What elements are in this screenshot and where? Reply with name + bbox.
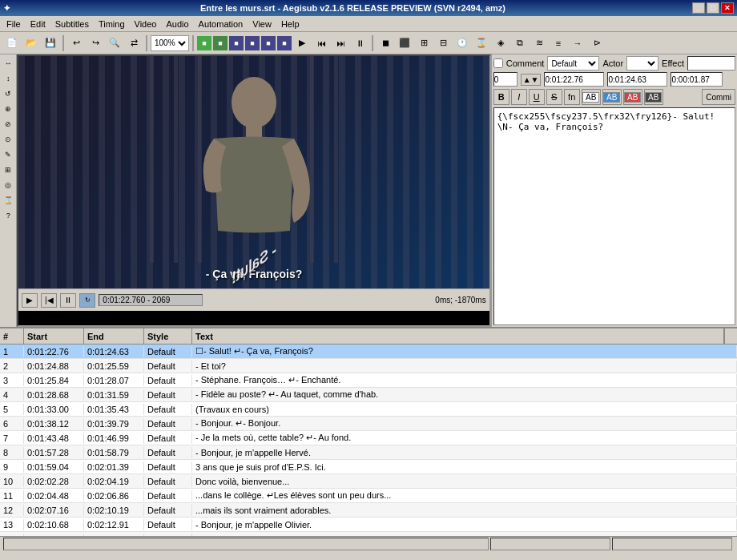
tb-btn7[interactable]: ▶ [293,34,311,52]
actor-dropdown[interactable] [626,56,658,71]
lt-btn9[interactable]: ◎ [1,178,15,192]
lt-btn2[interactable]: ↕ [1,71,15,86]
minimize-button[interactable]: _ [692,2,705,14]
table-row[interactable]: 4 0:01:28.68 0:01:31.59 Default - Fidèle… [0,388,737,402]
lt-btn5[interactable]: ⊘ [1,117,15,131]
pause-button[interactable]: ⏸ [60,293,76,308]
menu-view[interactable]: View [248,18,276,30]
tb-btn13[interactable]: ⊞ [415,34,433,52]
cell-end: 0:02:10.19 [84,505,144,516]
lt-btn3[interactable]: ↺ [1,87,15,101]
menu-automation[interactable]: Automation [194,18,248,30]
tb-btn19[interactable]: ≋ [530,34,548,52]
menu-subtitles[interactable]: Subtitles [50,18,94,30]
table-row[interactable]: 9 0:01:59.04 0:02:01.39 Default 3 ans qu… [0,460,737,474]
lt-btn8[interactable]: ⊞ [1,163,15,177]
comment-checkbox[interactable] [493,58,503,68]
tb-btn8[interactable]: ⏮ [312,34,330,52]
menu-timing[interactable]: Timing [94,18,130,30]
strikeout-button[interactable]: S [546,89,562,105]
menu-help[interactable]: Help [276,18,304,30]
font-button[interactable]: fn [564,89,580,105]
save-button[interactable]: 💾 [42,34,59,52]
end-time-input[interactable] [607,72,667,87]
layer-spinner[interactable]: ▲▼ [521,74,542,86]
layer-input[interactable] [493,72,518,87]
col-header-start: Start [24,328,84,344]
play-button[interactable]: ▶ [22,293,38,308]
subtitle-text-editor[interactable]: {\fscx255\fscy237.5\frx32\fry126}- Salut… [493,107,735,325]
menu-file[interactable]: File [2,18,26,30]
zoom-select[interactable]: 100% [151,35,189,51]
close-button[interactable]: ✕ [721,2,734,14]
lt-btn6[interactable]: ⊙ [1,132,15,147]
tb-btn3[interactable]: ■ [229,36,244,50]
table-row[interactable]: 6 0:01:38.12 0:01:39.79 Default - Bonjou… [0,417,737,431]
commit-button[interactable]: Commi [702,89,735,105]
table-row[interactable]: 5 0:01:33.00 0:01:35.43 Default (Travaux… [0,402,737,417]
tb-btn18[interactable]: ⧉ [511,34,529,52]
lt-btn4[interactable]: ⊕ [1,102,15,116]
table-row[interactable]: 8 0:01:57.28 0:01:58.79 Default - Bonjou… [0,445,737,460]
color2-button[interactable]: AB [602,89,622,105]
underline-button[interactable]: U [529,89,545,105]
lt-btn10[interactable]: ⌛ [1,193,15,207]
duration-input[interactable] [671,72,723,87]
table-row[interactable]: 1 0:01:22.76 0:01:24.63 Default ☐- Salut… [0,344,737,359]
tb-btn21[interactable]: → [569,34,586,52]
lt-btn7[interactable]: ✎ [1,147,15,162]
italic-button[interactable]: I [511,89,527,105]
tb-btn20[interactable]: ≡ [550,34,567,52]
tb-btn17[interactable]: ◈ [492,34,509,52]
video-subtitle: - Salut! - Ça va, François? [206,258,303,280]
tb-btn5[interactable]: ■ [261,36,276,50]
video-controls-bar: ▶ |◀ ⏸ ↻ 0:01:22.760 - 2069 0ms; -1870ms [18,288,489,311]
color3-button[interactable]: AB [623,89,642,105]
tb-btn15[interactable]: 🕐 [453,34,471,52]
menu-video[interactable]: Video [130,18,162,30]
table-row[interactable]: 7 0:01:43.48 0:01:46.99 Default - Je la … [0,431,737,445]
find-replace-button[interactable]: ⇄ [125,34,143,52]
tb-btn2[interactable]: ■ [213,36,228,50]
cell-start: 0:01:59.04 [24,461,84,473]
tb-btn6[interactable]: ■ [277,36,292,50]
maximize-button[interactable]: □ [707,2,719,14]
tb-btn12[interactable]: ⬛ [396,34,413,52]
tb-btn22[interactable]: ⊳ [588,34,606,52]
effect-input[interactable] [687,56,735,71]
redo-button[interactable]: ↪ [87,34,104,52]
bold-button[interactable]: B [493,89,509,105]
loop-button[interactable]: ↻ [79,293,95,308]
table-row[interactable]: 3 0:01:25.84 0:01:28.07 Default - Stépha… [0,373,737,388]
find-button[interactable]: 🔍 [106,34,123,52]
tb-btn16[interactable]: ⌛ [473,34,490,52]
lt-btn1[interactable]: ↔ [1,56,15,71]
start-time-input[interactable] [544,72,604,87]
tb-btn4[interactable]: ■ [245,36,260,50]
tb-btn1[interactable]: ■ [197,36,211,50]
tb-btn10[interactable]: ⏸ [351,34,368,52]
tb-btn11[interactable]: ◼ [377,34,394,52]
table-row[interactable]: 13 0:02:10.68 0:02:12.91 Default - Bonjo… [0,518,737,532]
color4-button[interactable]: AB [644,89,663,105]
table-row[interactable]: 2 0:01:24.88 0:01:25.59 Default - Et toi… [0,359,737,373]
cell-text: Donc voilà, bienvenue... [192,476,737,487]
subtitle-list-body[interactable]: 1 0:01:22.76 0:01:24.63 Default ☐- Salut… [0,344,737,536]
table-row[interactable]: 10 0:02:02.28 0:02:04.19 Default Donc vo… [0,474,737,489]
color1-button[interactable]: AB [582,89,601,105]
open-button[interactable]: 📂 [22,34,40,52]
table-row[interactable]: 12 0:02:07.16 0:02:10.19 Default ...mais… [0,503,737,518]
tb-btn9[interactable]: ⏭ [332,34,349,52]
table-row[interactable]: 11 0:02:04.48 0:02:06.86 Default ...dans… [0,489,737,503]
tb-btn14[interactable]: ⊟ [434,34,452,52]
style-dropdown[interactable]: Default [547,56,599,71]
menu-audio[interactable]: Audio [161,18,193,30]
menu-edit[interactable]: Edit [26,18,50,30]
new-button[interactable]: 📄 [3,34,21,52]
sep2 [146,35,147,51]
lt-btn11[interactable]: ? [1,208,15,223]
cell-style: Default [144,447,192,458]
undo-button[interactable]: ↩ [67,34,85,52]
prev-frame-button[interactable]: |◀ [41,293,57,308]
cell-num: 10 [0,476,24,487]
